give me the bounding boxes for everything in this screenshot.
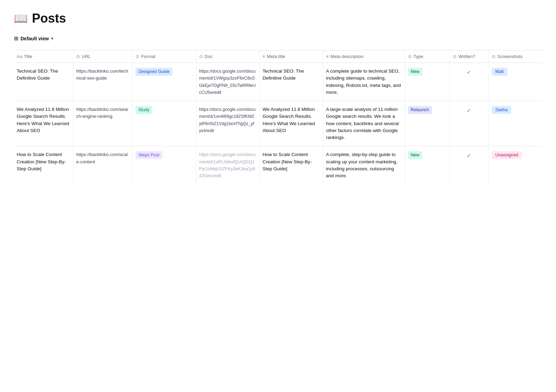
view-label: Default view (21, 36, 49, 41)
meta-description-value: A complete, step-by-step guide to scalin… (326, 152, 398, 178)
page-title: Posts (32, 11, 66, 26)
format-badge: Designed Guide (136, 68, 172, 76)
meta-title-value: Technical SEO: The Definitive Guide (262, 68, 304, 81)
table-body: Technical SEO: The Definitive Guide http… (14, 63, 542, 185)
post-url[interactable]: https://backlinko.com/scale-content (76, 152, 128, 164)
page-header: 📖 Posts (14, 11, 542, 26)
format-icon: ⊙ (136, 54, 139, 59)
cell-screenshots: Matt (489, 63, 542, 101)
meta-title-value: How to Scale Content Creation [New Step-… (262, 152, 312, 171)
cell-format: Steps Post (133, 146, 196, 185)
col-header-written: ⊙ Written? (450, 50, 489, 63)
col-header-screenshots: ⊙ Screenshots (489, 50, 542, 63)
cell-type: New (405, 63, 450, 101)
cell-url[interactable]: https://backlinko.com/technical-seo-guid… (73, 63, 133, 101)
text-icon: Aa (17, 54, 22, 59)
cell-url[interactable]: https://backlinko.com/scale-content (73, 146, 133, 185)
cell-title: We Analyzed 11.8 Million Google Search R… (14, 101, 73, 146)
cell-meta-title: We Analyzed 11.8 Million Google Search R… (260, 101, 323, 146)
post-title: We Analyzed 11.8 Million Google Search R… (17, 107, 69, 133)
col-header-title: Aa Title (14, 50, 73, 63)
screenshots-person: Matt (492, 68, 507, 76)
doc-icon: ⊙ (199, 54, 203, 59)
col-header-meta-title: ≡ Meta title (260, 50, 323, 63)
meta-title-icon: ≡ (262, 54, 265, 59)
screenshots-person: Sasha (492, 106, 511, 114)
type-badge: Relaunch (408, 106, 432, 114)
post-title: How to Scale Content Creation [New Step-… (17, 152, 66, 171)
doc-url[interactable]: https://docs.google.com/document/d/1on4i… (199, 107, 256, 133)
meta-desc-icon: ≡ (326, 54, 329, 59)
cell-type: New (405, 146, 450, 185)
page-icon: 📖 (14, 12, 28, 25)
cell-screenshots: Unassigned (489, 146, 542, 185)
table-row: How to Scale Content Creation [New Step-… (14, 146, 542, 185)
meta-description-value: A complete guide to technical SEO, inclu… (326, 68, 401, 95)
post-url[interactable]: https://backlinko.com/technical-seo-guid… (76, 68, 128, 81)
format-badge: Study (136, 106, 152, 114)
screenshots-icon: ⊙ (492, 54, 496, 59)
cell-title: Technical SEO: The Definitive Guide (14, 63, 73, 101)
cell-meta-title: How to Scale Content Creation [New Step-… (260, 146, 323, 185)
meta-description-value: A large-scale analysis of 11 million Goo… (326, 107, 399, 140)
cell-screenshots: Sasha (489, 101, 542, 146)
cell-url[interactable]: https://backlinko.com/search-engine-rank… (73, 101, 133, 146)
post-title: Technical SEO: The Definitive Guide (17, 68, 58, 81)
col-header-type: ⊙ Type (405, 50, 450, 63)
col-header-url: ⊙ URL (73, 50, 133, 63)
cell-title: How to Scale Content Creation [New Step-… (14, 146, 73, 185)
col-header-meta-description: ≡ Meta description (323, 50, 405, 63)
cell-meta-description: A complete, step-by-step guide to scalin… (323, 146, 405, 185)
screenshots-person: Unassigned (492, 151, 522, 159)
cell-type: Relaunch (405, 101, 450, 146)
posts-table: Aa Title ⊙ URL ⊙ Format ⊙ Doc (14, 50, 542, 184)
written-checkmark: ✓ (467, 152, 471, 160)
col-header-doc: ⊙ Doc (196, 50, 260, 63)
type-icon: ⊙ (408, 54, 412, 59)
col-header-format: ⊙ Format (133, 50, 196, 63)
table-view-icon: ⊞ (14, 35, 18, 42)
written-checkmark: ✓ (467, 68, 471, 76)
meta-title-value: We Analyzed 11.8 Million Google Search R… (262, 107, 315, 133)
cell-doc[interactable]: https://docs.google.com/document/d/1on4i… (196, 101, 260, 146)
doc-url[interactable]: https://docs.google.com/document/d/1aPLr… (199, 152, 256, 178)
type-badge: New (408, 151, 422, 159)
cell-written: ✓ (450, 146, 489, 185)
link-icon: ⊙ (76, 54, 80, 59)
table-row: Technical SEO: The Definitive Guide http… (14, 63, 542, 101)
cell-meta-title: Technical SEO: The Definitive Guide (260, 63, 323, 101)
post-url[interactable]: https://backlinko.com/search-engine-rank… (76, 107, 128, 119)
written-checkmark: ✓ (467, 107, 471, 115)
doc-url[interactable]: https://docs.google.com/document/d/1VWgz… (199, 69, 256, 95)
cell-meta-description: A large-scale analysis of 11 million Goo… (323, 101, 405, 146)
cell-meta-description: A complete guide to technical SEO, inclu… (323, 63, 405, 101)
cell-doc[interactable]: https://docs.google.com/document/d/1aPLr… (196, 146, 260, 185)
table-header: Aa Title ⊙ URL ⊙ Format ⊙ Doc (14, 50, 542, 63)
view-selector[interactable]: ⊞ Default view ▾ (14, 35, 542, 42)
chevron-down-icon: ▾ (51, 36, 53, 41)
cell-written: ✓ (450, 101, 489, 146)
cell-format: Study (133, 101, 196, 146)
format-badge: Steps Post (136, 151, 162, 159)
table-row: We Analyzed 11.8 Million Google Search R… (14, 101, 542, 146)
written-icon: ⊙ (453, 54, 457, 59)
cell-written: ✓ (450, 63, 489, 101)
type-badge: New (408, 68, 422, 76)
cell-doc[interactable]: https://docs.google.com/document/d/1VWgz… (196, 63, 260, 101)
cell-format: Designed Guide (133, 63, 196, 101)
